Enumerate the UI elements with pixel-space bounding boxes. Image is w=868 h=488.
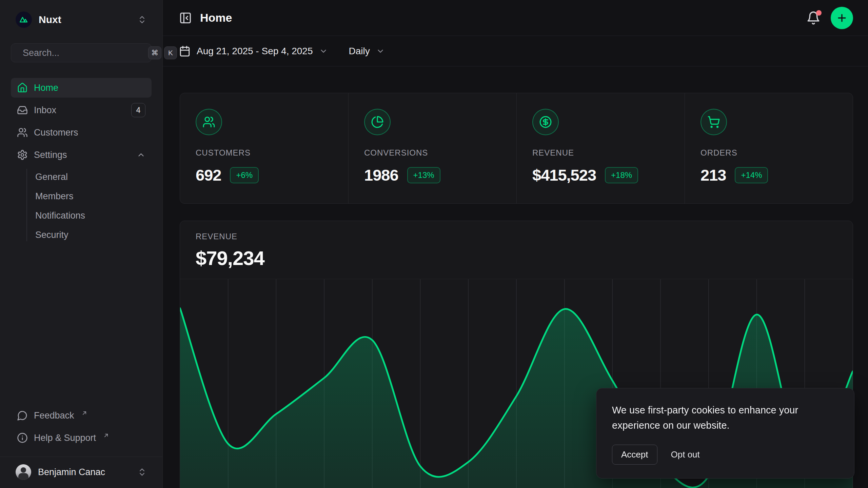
sidebar-item-label: Inbox	[34, 105, 56, 116]
stat-delta-badge: +6%	[230, 167, 259, 183]
inbox-icon	[17, 105, 28, 116]
feedback-link[interactable]: Feedback	[11, 406, 152, 425]
external-link-arrow-icon	[81, 410, 88, 416]
stat-label: CUSTOMERS	[196, 148, 333, 158]
user-menu[interactable]: Benjamin Canac	[11, 462, 152, 482]
info-circle-icon	[17, 432, 28, 443]
stat-icon-badge	[364, 109, 391, 135]
chevrons-up-down-icon	[137, 467, 147, 477]
chevron-up-icon	[137, 150, 145, 159]
collapse-sidebar-button[interactable]	[179, 12, 192, 24]
stat-icon-badge	[532, 109, 559, 135]
users-icon	[17, 127, 28, 138]
dollar-circle-icon	[539, 116, 552, 128]
cookie-message: We use first-party cookies to enhance yo…	[612, 403, 815, 433]
add-button[interactable]	[831, 7, 853, 29]
revenue-header: REVENUE $79,234	[180, 221, 853, 279]
subnav-label: General	[35, 172, 68, 182]
cart-icon	[707, 116, 720, 128]
notifications-button[interactable]	[806, 11, 821, 25]
sidebar: Nuxt ⌘ K Home Inbox 4 Customers	[0, 0, 163, 488]
revenue-label: REVENUE	[196, 232, 837, 241]
stat-delta-badge: +13%	[407, 167, 440, 183]
sidebar-item-label: Home	[34, 83, 58, 93]
footer-link-label: Help & Support	[34, 433, 96, 443]
subnav-label: Security	[35, 230, 68, 240]
pie-chart-icon	[371, 116, 384, 128]
sidebar-item-members[interactable]: Members	[35, 187, 152, 206]
stat-delta-badge: +14%	[735, 167, 768, 183]
cookie-banner: We use first-party cookies to enhance yo…	[596, 388, 854, 479]
optout-cookies-button[interactable]: Opt out	[671, 449, 700, 460]
user-section: Benjamin Canac	[0, 456, 162, 488]
stat-customers[interactable]: CUSTOMERS 692 +6%	[180, 93, 348, 203]
chevron-down-icon	[376, 47, 385, 56]
avatar	[16, 464, 31, 480]
subnav-rail	[26, 169, 27, 241]
stat-label: ORDERS	[701, 148, 837, 158]
cookie-actions: Accept Opt out	[612, 445, 839, 465]
page-title: Home	[200, 11, 232, 24]
stat-label: CONVERSIONS	[364, 148, 501, 158]
chevron-down-icon	[319, 47, 328, 56]
external-link-arrow-icon	[103, 432, 110, 439]
sidebar-item-inbox[interactable]: Inbox 4	[11, 100, 152, 120]
calendar-icon	[179, 45, 191, 57]
sidebar-item-general[interactable]: General	[35, 167, 152, 187]
top-header: Home	[163, 0, 868, 36]
revenue-total: $79,234	[196, 247, 837, 269]
sidebar-item-security[interactable]: Security	[35, 225, 152, 245]
kbd-cmd: ⌘	[148, 46, 161, 59]
stat-icon-badge	[701, 109, 727, 135]
stat-value: $415,523	[532, 166, 596, 184]
subnav-label: Members	[35, 191, 74, 202]
stat-delta-badge: +18%	[605, 167, 638, 183]
search-input[interactable]	[23, 48, 143, 58]
date-range-picker[interactable]: Aug 21, 2025 - Sep 4, 2025	[179, 45, 328, 57]
stat-orders[interactable]: ORDERS 213 +14%	[685, 93, 853, 203]
sidebar-item-settings[interactable]: Settings	[11, 145, 152, 165]
sidebar-item-home[interactable]: Home	[11, 78, 152, 98]
plus-icon	[836, 12, 848, 24]
granularity-select[interactable]: Daily	[349, 46, 385, 57]
stat-conversions[interactable]: CONVERSIONS 1986 +13%	[348, 93, 516, 203]
home-icon	[17, 82, 28, 93]
filters-toolbar: Aug 21, 2025 - Sep 4, 2025 Daily	[163, 36, 868, 66]
sidebar-item-customers[interactable]: Customers	[11, 123, 152, 142]
sidebar-item-notifications[interactable]: Notifications	[35, 206, 152, 225]
settings-subnav: General Members Notifications Security	[11, 167, 152, 245]
accept-cookies-button[interactable]: Accept	[612, 445, 657, 465]
message-bubble-icon	[17, 410, 28, 421]
stat-icon-badge	[196, 109, 222, 135]
user-name: Benjamin Canac	[38, 467, 105, 477]
gear-icon	[17, 149, 28, 160]
help-support-link[interactable]: Help & Support	[11, 428, 152, 448]
search-box[interactable]: ⌘ K	[11, 43, 152, 62]
footer-link-label: Feedback	[34, 410, 74, 421]
sidebar-footer: Feedback Help & Support	[11, 406, 152, 453]
sidebar-item-label: Customers	[34, 127, 78, 138]
stats-row: CUSTOMERS 692 +6% CONVERSIONS 1986 +13%	[180, 93, 853, 204]
nuxt-logo	[16, 12, 32, 28]
users-icon	[202, 116, 215, 128]
team-switcher[interactable]: Nuxt	[11, 9, 152, 30]
team-name: Nuxt	[39, 14, 61, 25]
panel-left-icon	[179, 12, 192, 24]
stat-value: 1986	[364, 166, 398, 184]
stat-value: 213	[701, 166, 726, 184]
sidebar-nav: Home Inbox 4 Customers Settings General …	[11, 78, 152, 247]
granularity-label: Daily	[349, 46, 370, 57]
stat-value: 692	[196, 166, 221, 184]
subnav-label: Notifications	[35, 210, 85, 221]
notification-dot	[816, 10, 822, 16]
sidebar-item-label: Settings	[34, 150, 67, 160]
inbox-count-badge: 4	[131, 103, 145, 117]
header-actions	[806, 7, 853, 29]
stat-revenue[interactable]: REVENUE $415,523 +18%	[516, 93, 685, 203]
date-range-label: Aug 21, 2025 - Sep 4, 2025	[197, 46, 313, 57]
chevrons-up-down-icon	[137, 15, 147, 24]
stat-label: REVENUE	[532, 148, 669, 158]
